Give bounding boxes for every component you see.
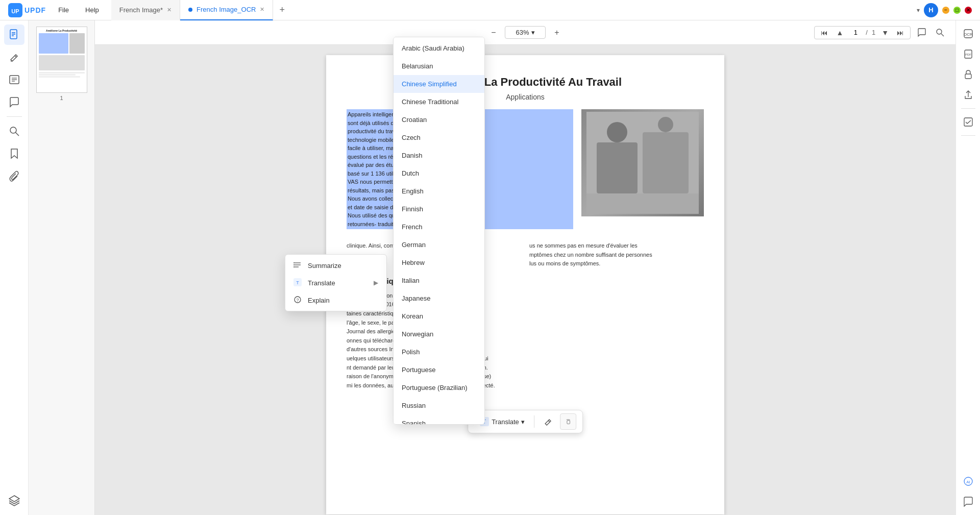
zoom-in-button[interactable]: + bbox=[550, 26, 564, 40]
lang-russian[interactable]: Russian bbox=[394, 397, 484, 414]
sidebar-icon-document[interactable] bbox=[4, 24, 24, 45]
sidebar-icon-comment[interactable] bbox=[4, 92, 24, 112]
app-logo-text: UPDF bbox=[24, 6, 46, 14]
tab-close-1[interactable]: ✕ bbox=[167, 7, 172, 13]
lang-spanish[interactable]: Spanish bbox=[394, 414, 484, 425]
lang-dutch[interactable]: Dutch bbox=[394, 164, 484, 182]
right-icon-ocr[interactable]: OCR bbox=[959, 24, 977, 43]
ai-icon: AI bbox=[963, 476, 973, 486]
tab-active-icon bbox=[188, 8, 192, 12]
lang-portuguese-br[interactable]: Portuguese (Brazilian) bbox=[394, 379, 484, 397]
svg-text:UP: UP bbox=[11, 8, 19, 14]
lang-czech[interactable]: Czech bbox=[394, 129, 484, 146]
toolbar-right: ⏮ ▲ 1 / 1 ▼ ⏭ bbox=[814, 26, 947, 40]
sidebar-icon-bookmark[interactable] bbox=[4, 143, 24, 164]
window-dropdown-icon[interactable]: ▾ bbox=[917, 7, 920, 14]
main-layout: Améliorer La Productivité 1 bbox=[0, 20, 980, 515]
search-toolbar-button[interactable] bbox=[933, 26, 947, 40]
minimize-button[interactable]: − bbox=[942, 7, 949, 14]
context-explain[interactable]: ? Explain bbox=[285, 291, 386, 309]
pdf-icon: PDF bbox=[963, 49, 973, 59]
maximize-button[interactable]: □ bbox=[953, 7, 961, 14]
context-translate[interactable]: T Translate ▶ bbox=[285, 274, 386, 291]
last-page-button[interactable]: ⏭ bbox=[895, 28, 906, 38]
search-icon bbox=[9, 126, 20, 137]
close-button[interactable]: ✕ bbox=[965, 7, 972, 14]
right-icon-lock[interactable] bbox=[959, 65, 977, 84]
lang-finnish[interactable]: Finnish bbox=[394, 200, 484, 218]
sidebar-icon-layers[interactable] bbox=[4, 491, 24, 511]
right-icon-pdf[interactable]: PDF bbox=[959, 45, 977, 63]
lang-chinese-traditional[interactable]: Chinese Traditional bbox=[394, 93, 484, 111]
thumbnail-image: Améliorer La Productivité bbox=[36, 27, 87, 93]
page-separator: / bbox=[866, 29, 868, 36]
explain-icon: ? bbox=[293, 296, 302, 304]
lang-italian[interactable]: Italian bbox=[394, 272, 484, 289]
copy-float-button[interactable] bbox=[560, 413, 576, 430]
svg-text:PDF: PDF bbox=[965, 53, 971, 56]
sidebar-icon-search[interactable] bbox=[4, 121, 24, 141]
next-page-button[interactable]: ▼ bbox=[879, 28, 891, 38]
svg-point-14 bbox=[937, 29, 942, 34]
lang-portuguese[interactable]: Portuguese bbox=[394, 361, 484, 379]
thumbnail-page-1[interactable]: Améliorer La Productivité 1 bbox=[36, 27, 87, 101]
sidebar-icon-list[interactable] bbox=[4, 69, 24, 90]
summarize-list-icon bbox=[293, 261, 302, 269]
svg-point-12 bbox=[10, 127, 16, 133]
lang-french[interactable]: French bbox=[394, 218, 484, 236]
add-tab-button[interactable]: + bbox=[273, 0, 291, 20]
right-icon-check[interactable] bbox=[959, 113, 977, 131]
edit-icon bbox=[9, 52, 20, 63]
lang-arabic[interactable]: Arabic (Saudi Arabia) bbox=[394, 39, 484, 57]
layers-icon bbox=[9, 495, 20, 506]
right-icon-ai[interactable]: AI bbox=[959, 472, 977, 491]
lang-german[interactable]: German bbox=[394, 236, 484, 254]
right-icon-share[interactable] bbox=[959, 86, 977, 104]
zoom-out-button[interactable]: − bbox=[486, 26, 501, 40]
prev-page-button[interactable]: ▲ bbox=[834, 28, 845, 38]
pdf-image-placeholder bbox=[581, 109, 704, 216]
share-icon bbox=[963, 90, 973, 100]
sidebar-icon-edit[interactable] bbox=[4, 47, 24, 67]
context-explain-icon: ? bbox=[293, 296, 303, 305]
tab-close-2[interactable]: ✕ bbox=[260, 6, 264, 13]
user-avatar[interactable]: H bbox=[924, 3, 938, 17]
bookmark-icon bbox=[9, 148, 20, 159]
right-icon-chat[interactable] bbox=[959, 493, 977, 511]
lang-danish[interactable]: Danish bbox=[394, 146, 484, 164]
zoom-display[interactable]: 63% ▾ bbox=[505, 26, 546, 39]
svg-point-29 bbox=[293, 262, 295, 263]
menu-bar: File Help bbox=[50, 0, 107, 20]
svg-line-7 bbox=[11, 61, 13, 61]
svg-point-31 bbox=[293, 266, 295, 267]
comment-toolbar-button[interactable] bbox=[915, 26, 929, 40]
lang-korean[interactable]: Korean bbox=[394, 307, 484, 325]
menu-file[interactable]: File bbox=[50, 0, 77, 20]
pdf-canvas[interactable]: Améliorer La Productivité Au Travail App… bbox=[95, 45, 955, 515]
menu-help[interactable]: Help bbox=[77, 0, 107, 20]
lang-polish[interactable]: Polish bbox=[394, 343, 484, 361]
lang-norwegian[interactable]: Norwegian bbox=[394, 325, 484, 343]
tab-label-active: French Image_OCR bbox=[197, 6, 256, 13]
zoom-level: 63% bbox=[516, 29, 529, 36]
lang-croatian[interactable]: Croatian bbox=[394, 111, 484, 129]
svg-line-13 bbox=[15, 133, 19, 136]
svg-line-24 bbox=[548, 421, 550, 422]
pen-float-button[interactable] bbox=[538, 415, 558, 428]
svg-text:AI: AI bbox=[966, 480, 970, 484]
tab-french-image-ocr[interactable]: French Image_OCR ✕ bbox=[180, 0, 273, 20]
comment-toolbar-icon bbox=[917, 28, 926, 37]
lang-japanese[interactable]: Japanese bbox=[394, 289, 484, 307]
sidebar-icon-paperclip[interactable] bbox=[4, 166, 24, 186]
first-page-button[interactable]: ⏮ bbox=[819, 28, 830, 38]
lang-english[interactable]: English bbox=[394, 182, 484, 200]
svg-point-20 bbox=[658, 117, 673, 132]
svg-rect-40 bbox=[965, 74, 971, 79]
context-summarize[interactable]: Summarize bbox=[285, 257, 386, 274]
tab-french-image[interactable]: French Image* ✕ bbox=[111, 0, 180, 20]
lang-chinese-simplified[interactable]: Chinese Simplified bbox=[394, 75, 484, 93]
lang-hebrew[interactable]: Hebrew bbox=[394, 254, 484, 272]
lang-belarusian[interactable]: Belarusian bbox=[394, 57, 484, 75]
page-input[interactable]: 1 bbox=[849, 29, 862, 36]
left-sidebar bbox=[0, 20, 29, 515]
